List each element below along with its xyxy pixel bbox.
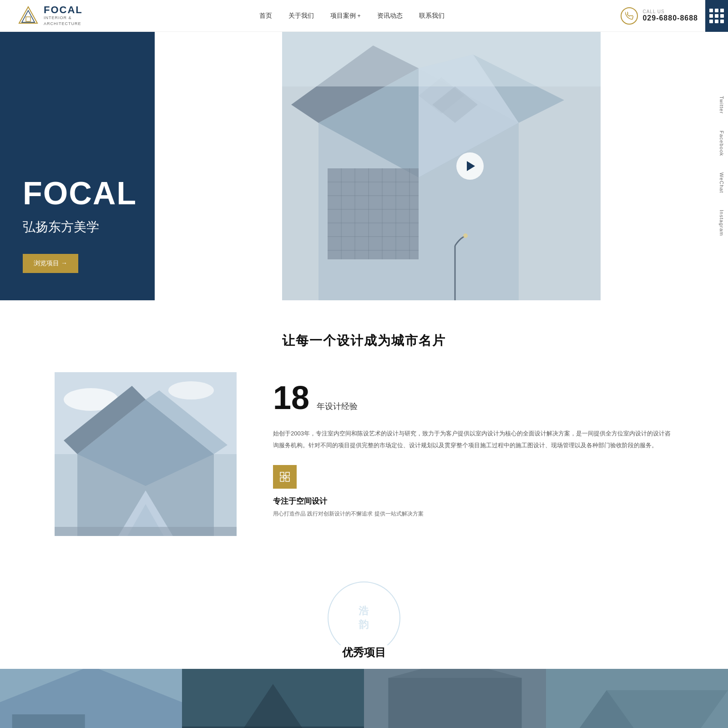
social-wechat[interactable]: WeChat [719,164,724,202]
play-icon [467,161,475,171]
nav-news[interactable]: 资讯动态 [377,12,403,20]
svg-rect-40 [280,478,284,481]
logo-area: FOCAL INTERIOR &ARCHITECTURE [18,5,83,26]
tagline-text: 让每一个设计成为城市名片 [0,332,728,349]
nav-home[interactable]: 首页 [259,12,272,20]
svg-marker-0 [19,7,37,23]
svg-rect-45 [12,714,85,728]
projects-section: 浩 韵 优秀项目 [0,563,728,728]
tagline-section: 让每一个设计成为城市名片 [0,300,728,372]
call-text: CALL US 029-6880-8688 [642,9,698,22]
nav-projects[interactable]: 项目案例 + [330,12,361,20]
about-section: 18 年设计经验 始创于2003年，专注室内空间和陈设艺术的设计与研究，致力于为… [0,372,728,563]
projects-title: 优秀项目 [0,645,728,669]
project-thumb-2[interactable] [182,669,364,728]
social-sidebar: Twitter Facebook WeChat Instagram [715,32,728,300]
svg-rect-41 [286,478,289,481]
project-thumb-4[interactable] [546,669,728,728]
hero-left-panel: FOCAL 弘扬东方美学 浏览项目 → [0,32,155,300]
watermark-text: 浩 韵 [359,604,369,632]
about-description: 始创于2003年，专注室内空间和陈设艺术的设计与研究，致力于为客户提供以室内设计… [273,428,673,451]
logo-icon [18,6,38,26]
grid-menu-button[interactable] [705,0,728,32]
hero-section: FOCAL 弘扬东方美学 浏览项目 → [0,32,728,300]
svg-rect-37 [55,527,237,536]
about-image [55,372,237,536]
phone-icon [621,7,638,25]
phone-number: 029-6880-8688 [642,14,698,22]
watermark-area: 浩 韵 [0,581,728,645]
svg-point-42 [283,475,286,478]
hero-building-svg [155,32,728,300]
hero-title: FOCAL [23,177,132,209]
project-thumb-3[interactable] [364,669,546,728]
logo-name: FOCAL [44,5,83,15]
feature-desc: 用心打造作品 践行对创新设计的不懈追求 提供一站式解决方案 [273,510,673,518]
svg-rect-50 [388,678,521,728]
hero-image-area [155,32,728,300]
social-instagram[interactable]: Instagram [719,202,724,244]
about-building-svg [55,372,237,536]
nav-contact[interactable]: 联系我们 [419,12,445,20]
logo-subtitle: INTERIOR &ARCHITECTURE [44,15,83,26]
grid-dots-icon [709,9,724,23]
svg-point-30 [168,381,214,399]
call-area: CALL US 029-6880-8688 [621,7,698,25]
social-twitter[interactable]: Twitter [719,88,724,122]
feature-icon-box [273,465,297,489]
browse-button[interactable]: 浏览项目 → [23,254,78,273]
play-button[interactable] [456,152,484,180]
nav-plus-icon: + [358,13,361,19]
header-right: CALL US 029-6880-8688 [621,0,710,32]
svg-point-25 [463,233,468,238]
stat-label: 年设计经验 [317,401,358,412]
social-facebook[interactable]: Facebook [719,122,724,164]
svg-rect-38 [280,472,284,476]
hero-subtitle: 弘扬东方美学 [23,218,132,236]
svg-marker-1 [22,10,35,22]
main-nav: 首页 关于我们 项目案例 + 资讯动态 联系我们 [259,12,445,20]
logo-text-area: FOCAL INTERIOR &ARCHITECTURE [44,5,83,26]
stat-number: 18 [273,381,309,414]
svg-rect-39 [286,472,289,476]
svg-rect-2 [26,17,30,21]
project-thumb-1[interactable] [0,669,182,728]
call-us-label: CALL US [642,9,698,14]
nav-about[interactable]: 关于我们 [288,12,314,20]
project-thumbs [0,669,728,728]
watermark-circle: 浩 韵 [328,581,400,645]
feature-title: 专注于空间设计 [273,496,673,506]
about-content: 18 年设计经验 始创于2003年，专注室内空间和陈设艺术的设计与研究，致力于为… [273,372,673,518]
svg-rect-26 [282,32,601,86]
stat-row: 18 年设计经验 [273,381,673,414]
header: FOCAL INTERIOR &ARCHITECTURE 首页 关于我们 项目案… [0,0,728,32]
